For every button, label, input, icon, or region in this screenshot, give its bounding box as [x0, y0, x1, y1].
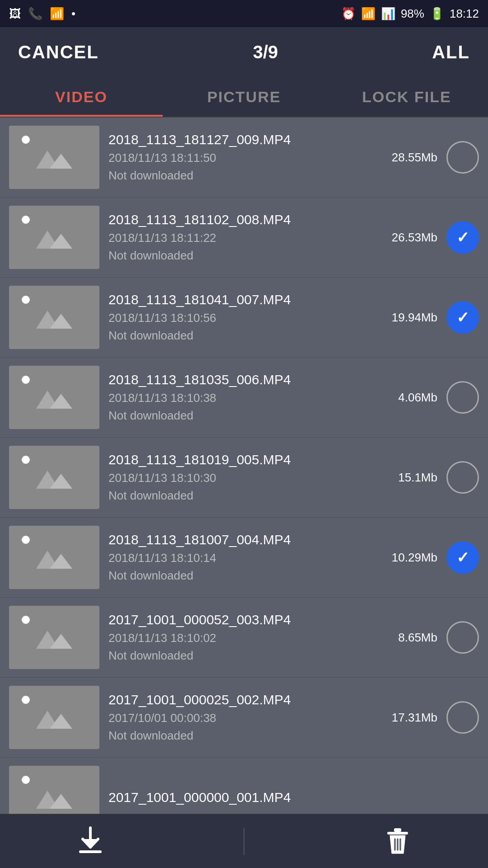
- status-bar: 🖼 📞 📶 • ⏰ 📶 📊 98% 🔋 18:12: [0, 0, 488, 27]
- file-thumbnail[interactable]: [9, 286, 99, 349]
- file-date: 2018/11/13 18:10:14: [108, 551, 374, 565]
- dot-icon: •: [71, 7, 75, 21]
- battery-icon: 🔋: [430, 7, 444, 21]
- file-size: 17.31Mb: [383, 711, 437, 725]
- mountain-icon: [34, 784, 75, 811]
- file-checkbox[interactable]: [446, 461, 479, 494]
- file-name: 2018_1113_181127_009.MP4: [108, 132, 374, 147]
- tab-video[interactable]: VIDEO: [0, 77, 163, 117]
- file-item: 2018_1113_181041_007.MP42018/11/13 18:10…: [0, 278, 488, 358]
- file-date: 2018/11/13 18:11:22: [108, 231, 374, 245]
- file-item: 2018_1113_181035_006.MP42018/11/13 18:10…: [0, 358, 488, 438]
- status-left-icons: 🖼 📞 📶 •: [9, 7, 75, 21]
- mountain-icon: [34, 304, 75, 331]
- checkmark-icon: ✓: [456, 310, 469, 325]
- sun-dot-icon: [22, 376, 30, 384]
- file-size: 4.06Mb: [383, 391, 437, 405]
- clock: 18:12: [450, 7, 479, 21]
- mountain-icon: [34, 704, 75, 731]
- file-size: 26.53Mb: [383, 231, 437, 245]
- file-name: 2018_1113_181102_008.MP4: [108, 212, 374, 227]
- file-checkbox[interactable]: ✓: [446, 301, 479, 334]
- file-info: 2018_1113_181007_004.MP42018/11/13 18:10…: [108, 532, 374, 583]
- checkmark-icon: ✓: [456, 230, 469, 245]
- file-info: 2018_1113_181019_005.MP42018/11/13 18:10…: [108, 452, 374, 503]
- mountain-icon: [34, 624, 75, 651]
- file-info: 2018_1113_181102_008.MP42018/11/13 18:11…: [108, 212, 374, 263]
- wifi-icon: 📶: [50, 7, 64, 21]
- bottom-toolbar: [0, 814, 488, 868]
- file-download-status: Not downloaded: [108, 329, 374, 343]
- file-size: 15.1Mb: [383, 471, 437, 485]
- sun-dot-icon: [22, 536, 30, 544]
- file-info: 2018_1113_181035_006.MP42018/11/13 18:10…: [108, 372, 374, 423]
- wifi-signal-icon: 📶: [361, 7, 375, 21]
- file-checkbox[interactable]: [446, 141, 479, 174]
- file-size: 19.94Mb: [383, 311, 437, 325]
- file-item: 2018_1113_181127_009.MP42018/11/13 18:11…: [0, 118, 488, 198]
- file-download-status: Not downloaded: [108, 249, 374, 263]
- download-button[interactable]: [63, 823, 117, 859]
- file-name: 2018_1113_181041_007.MP4: [108, 292, 374, 307]
- file-thumbnail[interactable]: [9, 446, 99, 509]
- file-checkbox[interactable]: [446, 621, 479, 654]
- file-download-status: Not downloaded: [108, 729, 374, 743]
- phone-icon: 📞: [28, 7, 42, 21]
- file-size: 28.55Mb: [383, 151, 437, 165]
- selection-count: 3/9: [253, 42, 278, 62]
- file-item: 2018_1113_181007_004.MP42018/11/13 18:10…: [0, 518, 488, 598]
- file-name: 2017_1001_000025_002.MP4: [108, 692, 374, 708]
- file-size: 10.29Mb: [383, 551, 437, 565]
- tab-bar: VIDEO PICTURE LOCK FILE: [0, 77, 488, 118]
- sun-dot-icon: [22, 696, 30, 704]
- file-thumbnail[interactable]: [9, 686, 99, 749]
- file-item: 2017_1001_000025_002.MP42017/10/01 00:00…: [0, 678, 488, 758]
- select-all-button[interactable]: ALL: [432, 42, 470, 62]
- sun-dot-icon: [22, 776, 30, 784]
- file-thumbnail[interactable]: [9, 526, 99, 589]
- sun-dot-icon: [22, 136, 30, 144]
- file-item: 2018_1113_181102_008.MP42018/11/13 18:11…: [0, 198, 488, 278]
- file-name: 2018_1113_181035_006.MP4: [108, 372, 374, 387]
- file-thumbnail[interactable]: [9, 366, 99, 429]
- mountain-icon: [34, 224, 75, 251]
- file-date: 2018/11/13 18:10:38: [108, 391, 374, 405]
- tab-lockfile[interactable]: LOCK FILE: [325, 77, 488, 117]
- file-date: 2017/10/01 00:00:38: [108, 711, 374, 725]
- signal-bars-icon: 📊: [381, 7, 395, 21]
- delete-button[interactable]: [371, 823, 425, 859]
- svg-rect-18: [79, 850, 102, 853]
- mountain-icon: [34, 544, 75, 571]
- status-right-info: ⏰ 📶 📊 98% 🔋 18:12: [341, 7, 479, 21]
- file-date: 2018/11/13 18:10:30: [108, 471, 374, 485]
- file-date: 2018/11/13 18:11:50: [108, 151, 374, 165]
- top-nav: CANCEL 3/9 ALL: [0, 27, 488, 77]
- mountain-icon: [34, 144, 75, 171]
- file-name: 2017_1001_000052_003.MP4: [108, 612, 374, 627]
- photo-icon: 🖼: [9, 7, 21, 21]
- file-checkbox[interactable]: [446, 701, 479, 734]
- file-item: 2018_1113_181019_005.MP42018/11/13 18:10…: [0, 438, 488, 518]
- file-thumbnail[interactable]: [9, 606, 99, 669]
- file-download-status: Not downloaded: [108, 489, 374, 503]
- alarm-icon: ⏰: [341, 7, 356, 21]
- file-size: 8.65Mb: [383, 631, 437, 645]
- checkmark-icon: ✓: [456, 550, 469, 565]
- file-name: 2018_1113_181019_005.MP4: [108, 452, 374, 467]
- sun-dot-icon: [22, 296, 30, 304]
- file-checkbox[interactable]: ✓: [446, 221, 479, 254]
- cancel-button[interactable]: CANCEL: [18, 42, 99, 62]
- file-thumbnail[interactable]: [9, 126, 99, 189]
- mountain-icon: [34, 464, 75, 491]
- tab-picture[interactable]: PICTURE: [163, 77, 325, 117]
- file-info: 2017_1001_000025_002.MP42017/10/01 00:00…: [108, 692, 374, 743]
- file-checkbox[interactable]: ✓: [446, 541, 479, 574]
- file-download-status: Not downloaded: [108, 649, 374, 663]
- file-checkbox[interactable]: [446, 381, 479, 414]
- svg-rect-19: [387, 832, 408, 835]
- file-name: 2018_1113_181007_004.MP4: [108, 532, 374, 547]
- file-item: 2017_1001_000052_003.MP42018/11/13 18:10…: [0, 598, 488, 678]
- download-icon: [75, 826, 106, 857]
- file-thumbnail[interactable]: [9, 206, 99, 269]
- toolbar-divider: [244, 828, 244, 855]
